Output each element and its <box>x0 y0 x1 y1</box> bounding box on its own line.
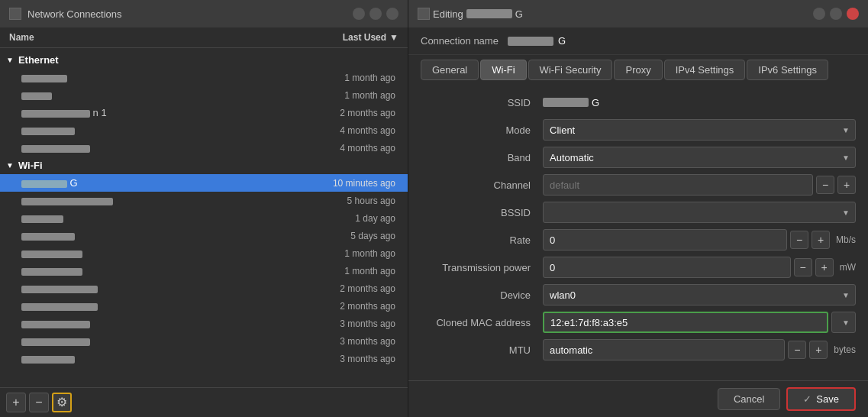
list-item[interactable]: 1 month ago <box>0 262 408 280</box>
rate-control: − + Mb/s <box>543 229 856 251</box>
mode-control: Client <box>543 119 856 141</box>
rate-decrement-button[interactable]: − <box>790 231 808 249</box>
list-item[interactable]: 4 months ago <box>0 139 408 157</box>
mtu-input[interactable] <box>543 339 785 360</box>
add-connection-button[interactable]: + <box>6 393 26 412</box>
cancel-button[interactable]: Cancel <box>718 388 780 410</box>
device-label: Device <box>421 289 543 301</box>
connection-time: 1 month ago <box>344 266 395 276</box>
remove-connection-button[interactable]: − <box>29 393 49 412</box>
name-column-header: Name <box>9 32 34 43</box>
connection-time: 10 minutes ago <box>333 178 395 189</box>
connection-time: 1 day ago <box>355 213 395 224</box>
list-item[interactable]: 1 month ago <box>0 244 408 262</box>
ethernet-section-label: Ethernet <box>18 54 59 66</box>
list-item[interactable]: 3 months ago <box>0 350 408 367</box>
tab-ipv4[interactable]: IPv4 Settings <box>664 60 746 80</box>
right-minimize-button[interactable] <box>813 8 825 20</box>
connection-name <box>21 195 347 206</box>
connection-name-row: Connection name G <box>408 27 868 55</box>
device-control: wlan0 <box>543 284 856 305</box>
list-item[interactable]: n 1 2 months ago <box>0 104 408 121</box>
save-button[interactable]: Save <box>786 387 856 411</box>
connection-time: 1 month ago <box>344 73 395 83</box>
ethernet-arrow-icon: ▼ <box>6 56 14 64</box>
band-select[interactable]: Automatic <box>543 147 856 168</box>
cloned-mac-dropdown-wrapper <box>831 312 856 333</box>
channel-decrement-button[interactable]: − <box>816 176 834 194</box>
tab-ipv6[interactable]: IPv6 Settings <box>747 60 828 80</box>
cloned-mac-control <box>543 312 856 333</box>
device-select[interactable]: wlan0 <box>543 284 856 305</box>
list-item[interactable]: 1 month ago <box>0 69 408 86</box>
list-item[interactable]: 1 month ago <box>0 86 408 104</box>
rate-increment-button[interactable]: + <box>812 231 830 249</box>
connection-name <box>21 142 340 154</box>
channel-increment-button[interactable]: + <box>837 176 856 194</box>
tab-proxy[interactable]: Proxy <box>614 60 662 80</box>
list-item[interactable]: 5 hours ago <box>0 192 408 209</box>
band-control: Automatic <box>543 147 856 168</box>
tab-wifi[interactable]: Wi-Fi <box>480 60 526 80</box>
connection-name <box>21 230 350 241</box>
list-item[interactable]: 5 days ago <box>0 227 408 244</box>
list-header: Name Last Used ▼ <box>0 27 408 48</box>
tx-power-decrement-button[interactable]: − <box>794 258 812 276</box>
tx-power-increment-button[interactable]: + <box>815 258 834 276</box>
mode-row: Mode Client <box>421 118 856 141</box>
cloned-mac-select[interactable] <box>831 312 856 333</box>
bssid-select[interactable] <box>543 202 856 223</box>
rate-unit: Mb/s <box>833 234 856 245</box>
connection-name-value: G <box>558 35 566 47</box>
bssid-row: BSSID <box>421 201 856 224</box>
right-maximize-button[interactable] <box>830 8 842 20</box>
band-select-wrapper: Automatic <box>543 147 856 168</box>
cloned-mac-label: Cloned MAC address <box>421 317 543 328</box>
mtu-decrement-button[interactable]: − <box>788 341 806 359</box>
ssid-row: SSID G <box>421 91 856 114</box>
minimize-button[interactable] <box>353 8 365 20</box>
mtu-increment-button[interactable]: + <box>809 341 828 359</box>
list-item[interactable]: G 10 minutes ago <box>0 174 408 192</box>
tab-wifi-security[interactable]: Wi-Fi Security <box>528 60 613 80</box>
list-item[interactable]: 3 months ago <box>0 332 408 350</box>
mode-select[interactable]: Client <box>543 119 856 141</box>
connections-list[interactable]: ▼ Ethernet 1 month ago 1 month ago n 1 2… <box>0 48 408 387</box>
tx-power-input[interactable] <box>543 257 791 278</box>
connection-name <box>21 318 340 329</box>
connection-name-blurred <box>508 37 553 46</box>
settings-button[interactable]: ⚙ <box>52 393 72 412</box>
wifi-form: SSID G Mode Client Band <box>408 85 868 380</box>
rate-input[interactable] <box>543 229 787 251</box>
connection-time: 4 months ago <box>340 143 395 154</box>
maximize-button[interactable] <box>369 8 382 20</box>
connection-time: 2 months ago <box>340 283 395 294</box>
device-row: Device wlan0 <box>421 283 856 306</box>
rate-label: Rate <box>421 234 543 246</box>
right-window-controls <box>813 8 859 20</box>
connection-time: 3 months ago <box>340 354 395 364</box>
wifi-section-header: ▼ Wi-Fi <box>0 157 408 174</box>
channel-input[interactable] <box>543 174 813 196</box>
connection-name <box>21 265 344 276</box>
band-label: Band <box>421 152 543 163</box>
mode-select-wrapper: Client <box>543 119 856 141</box>
list-item[interactable]: 4 months ago <box>0 121 408 139</box>
list-item[interactable]: 3 months ago <box>0 315 408 332</box>
list-item[interactable]: 1 day ago <box>0 209 408 227</box>
connection-time: 2 months ago <box>340 108 395 118</box>
channel-control: − + <box>543 174 856 196</box>
tab-general[interactable]: General <box>421 60 479 80</box>
tx-power-unit: mW <box>837 262 856 273</box>
cloned-mac-input[interactable] <box>543 312 828 333</box>
connection-name <box>21 89 344 101</box>
list-item[interactable]: 2 months ago <box>0 297 408 315</box>
connection-name <box>21 124 340 136</box>
connection-name <box>21 247 344 259</box>
ethernet-section-header: ▼ Ethernet <box>0 51 408 69</box>
list-item[interactable]: 2 months ago <box>0 280 408 297</box>
connection-name-field: G <box>508 35 856 47</box>
close-button[interactable] <box>386 8 399 20</box>
device-select-wrapper: wlan0 <box>543 284 856 305</box>
right-close-button[interactable] <box>847 8 859 20</box>
